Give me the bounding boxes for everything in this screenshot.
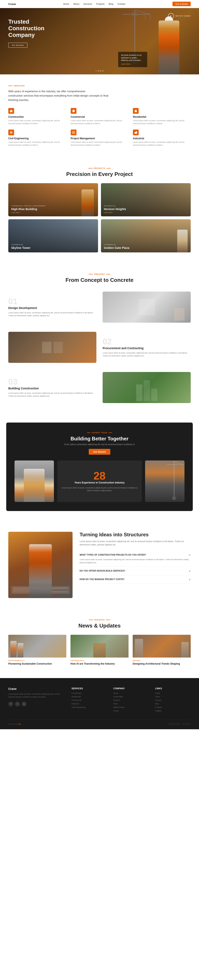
nav-logo[interactable]: Crane (8, 3, 16, 6)
news-card-2-content: TECHNOLOGY How AI are Transforming the I… (70, 657, 129, 668)
project-card-1-name: High-Rise Building (11, 207, 37, 211)
news-card-3-content: DESIGN Designing Architectural Trends Sh… (133, 657, 191, 668)
years-number: 28 (94, 471, 105, 481)
nav-link-projects[interactable]: Projects (96, 3, 105, 5)
footer-powered-brand[interactable]: Divi (18, 723, 21, 725)
watch-video-label: WATCH VIDEO (175, 15, 191, 17)
social-facebook-icon[interactable]: f (8, 702, 13, 706)
faq-content-area: Turning Ideas into Structures Lorem ipsu… (80, 532, 191, 584)
news-card-1[interactable]: SUSTAINABILITY Pioneering Sustainable Co… (8, 635, 66, 668)
process-step-3-num: 03 (8, 377, 96, 386)
team-title: Building Better Together (14, 436, 185, 442)
footer-legal-links: Privacy Policy Our Terms (169, 723, 191, 725)
social-linkedin-icon[interactable]: in (22, 702, 27, 706)
social-twitter-icon[interactable]: t (15, 702, 20, 706)
service-residential: Residential Lorem ipsum dolor sit amet, … (133, 108, 191, 125)
footer-link-partnership[interactable]: Partnership (113, 696, 149, 698)
projects-tag: PROJECTS (8, 167, 191, 169)
process-step-3-title: Building Construction (8, 387, 96, 390)
footer-link-commercial[interactable]: Commercial (72, 699, 107, 701)
news-card-3-title: Designing Architectural Trends Shaping (133, 662, 191, 666)
project-card-1[interactable]: Commercial Project Management High-Rise … (8, 183, 98, 216)
project-card-3[interactable]: Commercial Skyline Tower (8, 219, 98, 252)
project-card-1-learn[interactable]: Learn More → (11, 212, 46, 213)
footer-powered-by: Powered by Divi (8, 723, 21, 725)
hero-dot-4[interactable] (102, 70, 103, 72)
faq-question-3[interactable]: HOW DO YOU MANAGE PROJECT COSTS? ∨ (80, 578, 191, 581)
footer-link-about[interactable]: About (113, 692, 149, 694)
faq-item-2: DO YOU OFFER DESIGN-BUILD SERVICES? ∨ (80, 567, 191, 575)
hero-services-button[interactable]: Our Services (8, 43, 27, 48)
footer-link-construction[interactable]: Construction (72, 692, 107, 694)
service-project-mgmt-icon (71, 129, 76, 135)
footer-services-col: SERVICES Construction Residential Commer… (72, 687, 107, 713)
nav-link-contact[interactable]: Contact (118, 3, 126, 5)
hero-dot-1[interactable] (96, 70, 97, 72)
nav-link-blog[interactable]: Blog (109, 3, 113, 5)
footer-link-projects[interactable]: Projects (113, 699, 149, 701)
process-step-1-content: 01 Design Development Lorem ipsum dolor … (8, 297, 96, 317)
news-section: INSIGHTS News & Updates SUSTAINABILITY P… (0, 608, 199, 678)
nav-link-services[interactable]: Services (84, 3, 92, 5)
footer-company-links: About Partnership Projects Team Media Ce… (113, 692, 149, 712)
services-section: SERVICES With years of experience in the… (0, 75, 199, 157)
footer-link-home[interactable]: Home (155, 692, 191, 694)
footer-link-team[interactable]: Team (113, 703, 149, 705)
years-label: Years Experience in Construction Industr… (75, 481, 124, 485)
hero-dot-2[interactable] (98, 70, 99, 72)
footer-link-projects-2[interactable]: Projects (155, 706, 191, 708)
main-nav: Crane Home About Services Projects Blog … (0, 0, 199, 8)
team-header: EXPERT TEAM Building Better Together Ut … (14, 432, 185, 455)
play-button-icon[interactable]: ▶ (168, 13, 174, 19)
hero-learn-more-link[interactable]: Learn More → (121, 63, 144, 65)
process-title: From Concept to Concrete (8, 277, 191, 283)
hero-watch-video[interactable]: ▶ WATCH VIDEO (168, 13, 191, 19)
faq-answer-1: Lorem ipsum dolor sit amet, consectetur … (80, 558, 191, 564)
hero-dot-3[interactable] (100, 70, 101, 72)
news-card-2[interactable]: TECHNOLOGY How AI are Transforming the I… (70, 635, 129, 668)
team-cta-button[interactable]: Get Started (89, 449, 110, 455)
team-cards-row: 28 Years Experience in Construction Indu… (14, 460, 185, 502)
faq-title: Turning Ideas into Structures (80, 532, 191, 538)
footer-brand-col: Crane Lorem ipsum dolor sit amet, consec… (8, 687, 65, 713)
faq-question-1[interactable]: WHAT TYPES OF CONSTRUCTION PROJECTS DO Y… (80, 553, 191, 557)
nav-link-about[interactable]: About (73, 3, 80, 5)
project-card-4-name: Golden Gate Plaza (104, 246, 129, 250)
service-commercial-desc: Lorem ipsum dolor sit amet, consectetur … (71, 119, 129, 125)
service-residential-name: Residential (133, 115, 191, 118)
news-card-3[interactable]: DESIGN Designing Architectural Trends Sh… (133, 635, 191, 668)
footer-desc: Lorem ipsum dolor sit amet, consectetur … (8, 692, 65, 698)
faq-question-2[interactable]: DO YOU OFFER DESIGN-BUILD SERVICES? ∨ (80, 569, 191, 573)
project-card-4[interactable]: Commercial Golden Gate Plaza (101, 219, 191, 252)
footer-privacy-link[interactable]: Privacy Policy (169, 723, 180, 725)
faq-section: Turning Ideas into Structures Lorem ipsu… (0, 522, 199, 608)
footer-link-civil[interactable]: Civil Engineering (72, 706, 107, 708)
projects-tag-line (88, 168, 92, 169)
hero-section: Trusted Construction Company Our Service… (0, 8, 199, 75)
process-step-3-content: 03 Building Construction Lorem ipsum dol… (8, 377, 96, 398)
footer-link-insights[interactable]: Insights (155, 710, 191, 712)
footer-link-about-2[interactable]: About (155, 696, 191, 698)
team-tag: EXPERT TEAM (14, 432, 185, 434)
hero-worker-figure (151, 14, 186, 75)
project-card-2-learn[interactable]: Learn More → (104, 212, 126, 213)
footer-link-media[interactable]: Media Center (113, 706, 149, 708)
projects-tag-text: PROJECTS (94, 167, 105, 169)
process-step-1-title: Design Development (8, 306, 96, 310)
footer-terms-link[interactable]: Our Terms (182, 723, 191, 725)
process-tag-text: PROCESS (94, 273, 105, 275)
footer-link-career[interactable]: Career (113, 710, 149, 712)
faq-desc: Lorem ipsum dolor sit amet, consectetur … (80, 540, 191, 546)
footer-link-residential[interactable]: Residential (72, 696, 107, 698)
footer-link-industrial[interactable]: Industrial (72, 703, 107, 705)
footer-link-contact[interactable]: Contact (155, 699, 191, 701)
service-civil-icon (8, 129, 14, 135)
nav-cta-button[interactable]: Get a Quote (172, 2, 191, 6)
footer-link-blog[interactable]: Blog (155, 703, 191, 705)
team-card-construction-right (145, 460, 185, 502)
footer-grid: Crane Lorem ipsum dolor sit amet, consec… (8, 687, 191, 713)
projects-grid: Commercial Project Management High-Rise … (8, 183, 191, 252)
svg-line-32 (174, 461, 183, 465)
nav-link-home[interactable]: Home (63, 3, 69, 5)
project-card-2[interactable]: Residential Horizon Heights Learn More → (101, 183, 191, 216)
